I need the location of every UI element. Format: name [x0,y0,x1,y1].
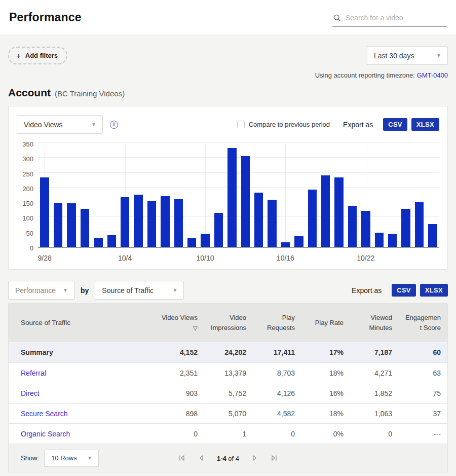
chart-bar-slot [78,144,91,247]
chart-bar [54,203,62,247]
rows-per-page-select[interactable]: 10 Rows ▼ [44,450,99,467]
breakdown-selects: Performance ▼ by Source of Traffic ▼ [8,281,184,300]
column-header[interactable]: Video Views ▽ [156,308,204,338]
column-header[interactable]: Source of Traffic [9,313,156,334]
account-heading: Account [8,87,51,99]
traffic-source-link[interactable]: Direct [21,389,40,397]
breakdown-row: Performance ▼ by Source of Traffic ▼ Exp… [8,281,448,300]
info-icon[interactable]: i [110,121,118,129]
traffic-table: Source of TrafficVideo Views ▽Video Impr… [8,303,448,472]
page-range-of: of 4 [226,454,239,462]
x-axis-label: 10/4 [118,254,132,262]
previous-page-button[interactable] [198,455,205,462]
chart-bar [121,197,129,247]
chart-bar-slot [346,144,359,247]
timezone-note-text: Using account reporting timezone: [315,71,417,79]
cell-value: 4,126 [253,389,301,397]
chart-bar-slot [199,144,212,247]
chart-bar-slot [172,144,185,247]
chart-controls: Video Views ▼ i Compare to previous peri… [17,115,439,134]
chart-bar-slot [386,144,399,247]
export-csv-button[interactable]: CSV [383,118,407,131]
y-axis-label: 50 [26,229,33,237]
column-header-label: Play Rate [315,318,344,328]
chart-bar [268,200,276,247]
dimension-select-value: Performance [15,286,56,295]
export-xlsx-button[interactable]: XLSX [411,118,439,131]
date-range-select[interactable]: Last 30 days ▼ [367,46,448,65]
chart-bar-slot [51,144,64,247]
chart-bars [38,144,439,247]
chevron-down-icon: ▼ [436,53,441,58]
chart-bar [375,233,384,247]
y-axis-label: 250 [22,170,33,177]
cell-value: 8,703 [253,369,301,377]
x-axis-label: 10/10 [196,254,214,262]
cell-value: 13,379 [204,369,253,377]
account-row: Account (BC Training Videos) [8,87,448,99]
by-label: by [81,286,89,295]
next-page-button[interactable] [251,455,258,462]
export-xlsx-button[interactable]: XLSX [420,284,448,297]
search-input[interactable] [346,14,446,22]
chart-bar [428,224,437,247]
last-page-button[interactable] [271,455,278,462]
traffic-source-link[interactable]: Secure Search [21,410,68,418]
first-page-button[interactable] [178,455,185,462]
traffic-source-link[interactable]: Referral [21,369,46,377]
table-row: Direct9035,7524,12616%1,85275 [9,383,447,403]
cell-value: 37 [399,410,447,418]
chart-panel: Video Views ▼ i Compare to previous peri… [8,106,448,270]
chart-bar-slot [225,144,239,247]
chart-bar [241,156,250,247]
y-axis-label: 200 [22,185,33,192]
chart-bar-slot [145,144,158,247]
page-title: Performance [9,11,82,24]
page-range-numbers: 1-4 [217,454,226,462]
rows-per-page-value: 10 Rows [51,454,77,462]
cell-value: 5,070 [204,410,253,418]
add-filters-button[interactable]: + Add filters [8,47,67,64]
cell-value: 4,271 [350,369,399,377]
export-as-label: Export as [343,121,373,129]
metric-select[interactable]: Video Views ▼ [17,115,103,134]
table-footer: Show: 10 Rows ▼ 1-4 of 4 [9,444,447,472]
chart-y-axis: 050100150200250300350 [17,144,38,248]
chart-bar [294,236,303,247]
breakdown-export: Export as CSV XLSX [352,284,448,297]
traffic-source-link: Organic Search [9,430,156,438]
chart-bar [227,148,236,247]
chart-bar-slot [279,144,292,247]
column-header[interactable]: Viewed Minutes [350,308,399,338]
traffic-source-link[interactable]: Organic Search [21,430,70,438]
cell-value: 18% [301,369,350,377]
cell-value: 17% [301,348,350,356]
table-header-row: Source of TrafficVideo Views ▽Video Impr… [9,304,447,342]
y-axis-label: 300 [22,155,33,163]
timezone-link[interactable]: GMT-0400 [417,71,448,79]
cell-value: 2,351 [156,369,204,377]
cell-value: 1 [204,430,253,438]
summary-label: Summary [9,348,156,356]
metric-select-value: Video Views [24,121,63,129]
add-filters-label: Add filters [25,52,58,59]
cell-value: 4,582 [253,410,301,418]
secondary-dimension-select[interactable]: Source of Traffic ▼ [95,281,184,300]
chart-bar-slot [319,144,332,247]
chart-bar [281,242,290,247]
export-csv-button[interactable]: CSV [392,284,416,297]
dimension-select[interactable]: Performance ▼ [8,281,74,300]
column-header[interactable]: Engagement Score [399,308,447,338]
column-header[interactable]: Play Requests [253,308,301,338]
traffic-source-link: Direct [9,389,156,397]
chart-bar [321,175,330,247]
column-header[interactable]: Play Rate [301,313,350,333]
table-row: Secure Search8985,0704,58218%1,06337 [9,403,447,423]
cell-value: 24,202 [204,348,253,356]
column-header[interactable]: Video Impressions [204,308,253,338]
compare-checkbox[interactable] [237,121,245,128]
page-range-label: 1-4 of 4 [217,454,239,462]
chart-bar [201,234,209,247]
column-header-label: Video Views ▽ [161,313,198,333]
summary-row: Summary4,15224,20217,41117%7,18760 [9,342,447,362]
